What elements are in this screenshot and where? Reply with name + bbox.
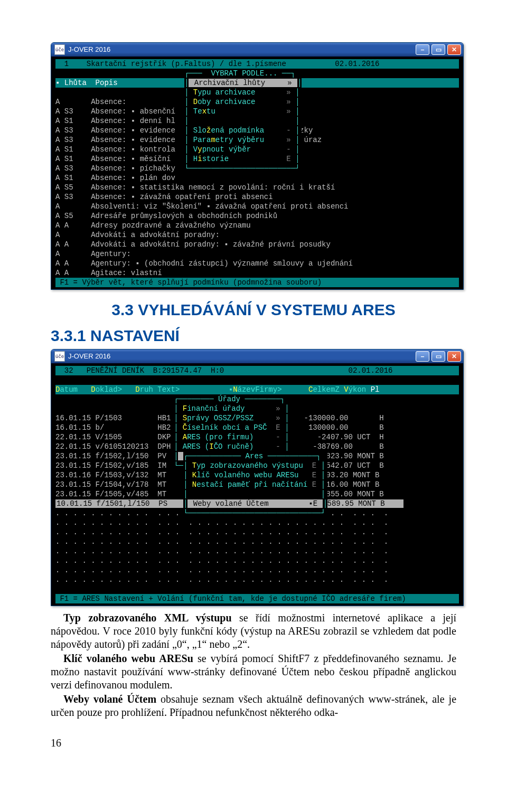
window-2: úče J-OVER 2016 – ▭ ✕ 32 PENĚŽNÍ DENÍK B… — [51, 349, 464, 606]
window-title-2: J-OVER 2016 — [68, 350, 415, 363]
window-title-1: J-OVER 2016 — [68, 43, 415, 56]
titlebar-1: úče J-OVER 2016 – ▭ ✕ — [51, 43, 463, 56]
paragraph: Typ zobrazovaného XML výstupu se řídí mo… — [51, 611, 456, 651]
maximize-button[interactable]: ▭ — [431, 351, 445, 362]
paragraph: Weby volané Účtem obsahuje seznam všech … — [51, 693, 456, 719]
close-button[interactable]: ✕ — [447, 44, 461, 55]
page: úče J-OVER 2016 – ▭ ✕ 1 Skartační rejstř… — [0, 0, 507, 781]
close-button[interactable]: ✕ — [447, 351, 461, 362]
section-heading: 3.3 VYHLEDÁVÁNÍ V SYSTEMU ARES — [51, 299, 456, 320]
minimize-button[interactable]: – — [416, 351, 429, 362]
titlebar-2: úče J-OVER 2016 – ▭ ✕ — [51, 350, 463, 363]
app-icon: úče — [54, 44, 65, 55]
terminal-1: 1 Skartační rejstřík (p.Faltus) / dle 1.… — [51, 56, 463, 289]
app-icon: úče — [54, 351, 65, 362]
minimize-button[interactable]: – — [416, 44, 429, 55]
page-number: 16 — [51, 737, 456, 749]
subsection-heading: 3.3.1 NASTAVENÍ — [51, 325, 456, 346]
terminal-2: 32 PENĚŽNÍ DENÍK B:291574.47 H:0 02.01.2… — [51, 363, 463, 606]
maximize-button[interactable]: ▭ — [431, 44, 445, 55]
paragraph: Klíč volaného webu ARESu se vybírá pomoc… — [51, 652, 456, 692]
body-text: Typ zobrazovaného XML výstupu se řídí mo… — [51, 611, 456, 719]
window-1: úče J-OVER 2016 – ▭ ✕ 1 Skartační rejstř… — [51, 42, 464, 290]
